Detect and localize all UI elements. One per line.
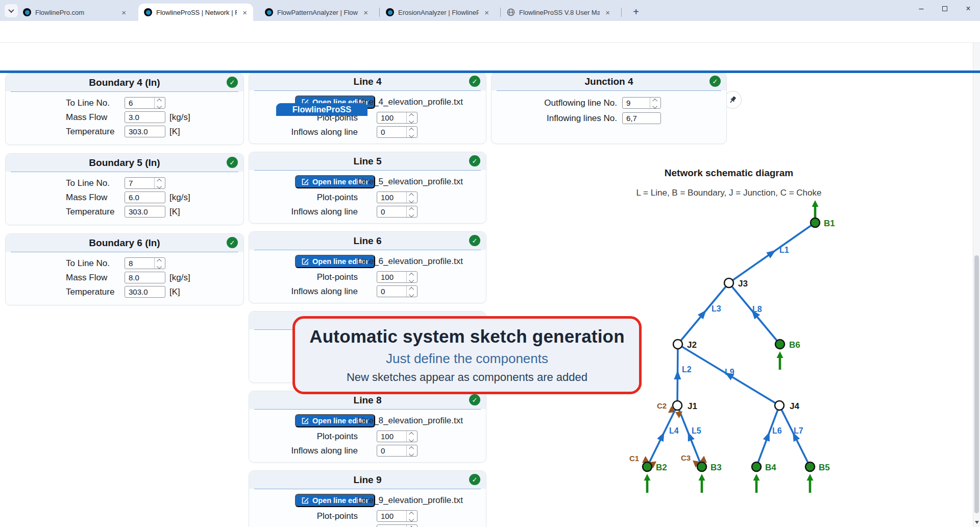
spinner-control[interactable] — [406, 192, 417, 203]
node-J3[interactable] — [724, 278, 733, 288]
field-input[interactable]: 6 — [125, 97, 165, 109]
field-input[interactable]: 8.0 — [125, 272, 165, 283]
new-tab-button[interactable]: + — [629, 5, 643, 19]
spinner-down-icon[interactable] — [652, 104, 657, 109]
input-value: 100 — [381, 113, 394, 122]
field-input[interactable]: 303.0 — [125, 286, 165, 298]
spinner-down-icon[interactable] — [157, 264, 162, 269]
spinner-up-icon[interactable] — [409, 128, 414, 133]
tab-search-button[interactable] — [5, 4, 18, 17]
input-value: 303.0 — [129, 127, 148, 136]
spinner-control[interactable] — [406, 272, 417, 282]
spinner-up-icon[interactable] — [409, 113, 414, 118]
field-input[interactable]: 9 — [622, 97, 661, 109]
minimize-button[interactable]: – — [910, 0, 933, 17]
node-J1[interactable] — [673, 401, 682, 410]
tab-close-icon[interactable]: × — [362, 8, 370, 17]
edge-L3 — [678, 283, 729, 344]
tab-close-icon[interactable]: × — [120, 8, 128, 17]
node-B6[interactable] — [775, 340, 785, 349]
spinner-control[interactable] — [406, 127, 417, 137]
spinner-control[interactable] — [154, 258, 165, 269]
field-input[interactable]: 0 — [377, 524, 418, 527]
spinner-control[interactable] — [406, 286, 417, 297]
line-card-line-5: Line 5✓Open line editorLine_5_elevation_… — [249, 152, 486, 224]
spinner-up-icon[interactable] — [409, 287, 414, 292]
browser-tab-4[interactable]: ErosionAnalyzer | FlowlinePro.co× — [380, 4, 495, 21]
field-input[interactable]: 100 — [377, 510, 418, 522]
node-B5[interactable] — [805, 462, 815, 471]
spinner-down-icon[interactable] — [157, 104, 162, 109]
field-input[interactable]: 7 — [125, 177, 165, 189]
page-scrollbar[interactable] — [973, 43, 980, 527]
tab-close-icon[interactable]: × — [483, 8, 491, 17]
field-input[interactable]: 3.0 — [125, 111, 165, 123]
spinner-control[interactable] — [154, 178, 165, 188]
field-input[interactable]: 0 — [377, 285, 418, 297]
browser-tab-5[interactable]: FlowlineProSS V.8 User Manual× — [501, 4, 616, 21]
spinner-down-icon[interactable] — [409, 212, 414, 218]
close-window-button[interactable]: × — [957, 0, 980, 17]
browser-tab-3[interactable]: FlowPatternAnalyzer | FlowlineP× — [259, 4, 374, 21]
field-input[interactable]: 0 — [377, 445, 418, 457]
node-B2[interactable] — [643, 462, 652, 471]
spinner-up-icon[interactable] — [652, 99, 657, 104]
node-J2[interactable] — [673, 340, 682, 349]
field-input[interactable]: 303.0 — [125, 206, 165, 218]
field-row: To Line No.6 — [6, 97, 243, 109]
banner-subtitle: Just define the components — [386, 351, 548, 367]
field-input[interactable]: 6.0 — [125, 191, 165, 203]
spinner-up-icon[interactable] — [409, 512, 414, 517]
field-input[interactable]: 100 — [377, 430, 418, 442]
tab-close-icon[interactable]: × — [241, 8, 249, 17]
card-header: Boundary 4 (In) — [6, 74, 243, 91]
spinner-down-icon[interactable] — [409, 278, 414, 283]
node-B3[interactable] — [697, 462, 706, 471]
node-label-J1: J1 — [688, 401, 697, 411]
field-input[interactable]: 100 — [377, 191, 418, 203]
spinner-down-icon[interactable] — [157, 184, 162, 189]
banner-title: Automatic system sketch generation — [309, 326, 625, 347]
field-input[interactable]: 0 — [377, 126, 418, 138]
spinner-up-icon[interactable] — [409, 446, 414, 451]
spinner-up-icon[interactable] — [157, 99, 162, 104]
spinner-control[interactable] — [406, 206, 417, 217]
spinner-up-icon[interactable] — [409, 432, 414, 437]
spinner-control[interactable] — [406, 445, 417, 456]
spinner-down-icon[interactable] — [409, 292, 414, 297]
field-input[interactable]: 100 — [377, 112, 418, 124]
field-input[interactable]: 6,7 — [622, 112, 661, 124]
input-value: 6.0 — [129, 193, 139, 202]
spinner-control[interactable] — [154, 98, 165, 108]
spinner-up-icon[interactable] — [409, 207, 414, 212]
field-input[interactable]: 100 — [377, 271, 418, 283]
spinner-down-icon[interactable] — [409, 198, 414, 203]
node-J4[interactable] — [775, 401, 784, 410]
browser-tab-2[interactable]: FlowlineProSS | Network | Flowli× — [138, 4, 253, 21]
field-input[interactable]: 0 — [377, 206, 418, 218]
spinner-control[interactable] — [406, 525, 417, 527]
spinner-up-icon[interactable] — [409, 193, 414, 198]
spinner-up-icon[interactable] — [157, 259, 162, 264]
maximize-button[interactable] — [933, 0, 957, 17]
browser-tab-1[interactable]: FlowlinePro.com× — [17, 4, 132, 21]
spinner-up-icon[interactable] — [409, 273, 414, 278]
field-input[interactable]: 303.0 — [125, 126, 165, 137]
spinner-down-icon[interactable] — [409, 133, 414, 138]
field-input[interactable]: 8 — [125, 257, 165, 269]
spinner-control[interactable] — [406, 112, 417, 123]
scrollbar-thumb[interactable] — [974, 255, 979, 513]
spinner-control[interactable] — [650, 98, 660, 108]
spinner-down-icon[interactable] — [409, 517, 414, 522]
spinner-control[interactable] — [406, 511, 417, 521]
spinner-down-icon[interactable] — [409, 437, 414, 442]
app-tab-flowlinepross[interactable]: FlowlineProSS — [276, 103, 368, 116]
input-value: 6 — [129, 99, 133, 107]
node-B4[interactable] — [752, 462, 761, 471]
tab-close-icon[interactable]: × — [604, 8, 611, 17]
spinner-down-icon[interactable] — [409, 118, 414, 124]
spinner-down-icon[interactable] — [409, 451, 414, 457]
spinner-control[interactable] — [406, 431, 417, 442]
node-B1[interactable] — [811, 218, 820, 227]
spinner-up-icon[interactable] — [157, 179, 162, 184]
